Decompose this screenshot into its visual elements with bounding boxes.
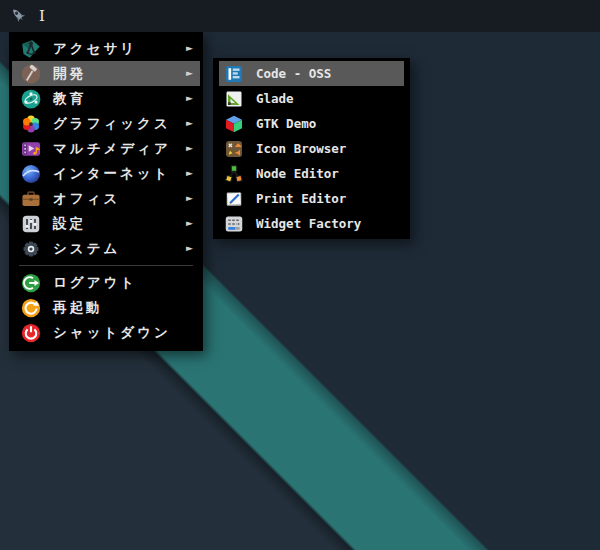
node-editor-icon <box>224 164 244 184</box>
top-panel: I <box>0 0 600 32</box>
menu-item-office[interactable]: オフィス ► <box>9 186 203 211</box>
submenu-item-label: GTK Demo <box>256 116 316 131</box>
menu-separator <box>19 265 193 266</box>
menu-item-label: シャットダウン <box>53 324 171 342</box>
glade-icon <box>224 89 244 109</box>
submenu-item-label: Node Editor <box>256 166 339 181</box>
menu-item-label: 開発 <box>53 65 86 83</box>
menu-item-multimedia[interactable]: マルチメディア ► <box>9 136 203 161</box>
submenu-arrow-icon: ► <box>186 94 193 103</box>
submenu-arrow-icon: ► <box>186 69 193 78</box>
menu-item-accessories[interactable]: アクセサリ ► <box>9 36 203 61</box>
menu-item-label: ログアウト <box>53 274 137 292</box>
menu-item-label: マルチメディア <box>53 140 171 158</box>
development-icon <box>21 64 41 84</box>
desktop: I アクセサリ ► 開発 ► 教育 ► グラフィックス ► マルチメディア ► … <box>0 0 600 550</box>
accessories-icon <box>21 39 41 59</box>
code-oss-icon <box>224 64 244 84</box>
submenu-item-glade[interactable]: Glade <box>219 86 404 111</box>
menu-item-graphics[interactable]: グラフィックス ► <box>9 111 203 136</box>
submenu-item-label: Code - OSS <box>256 66 331 81</box>
submenu-arrow-icon: ► <box>186 119 193 128</box>
menu-item-development[interactable]: 開発 ► <box>12 61 200 86</box>
print-editor-icon <box>224 189 244 209</box>
menu-item-label: アクセサリ <box>53 40 137 58</box>
menu-item-label: システム <box>53 240 120 258</box>
graphics-icon <box>21 114 41 134</box>
submenu-arrow-icon: ► <box>186 44 193 53</box>
submenu-item-widget-factory[interactable]: Widget Factory <box>219 211 404 236</box>
applications-main-menu: アクセサリ ► 開発 ► 教育 ► グラフィックス ► マルチメディア ► イン… <box>9 32 203 351</box>
multimedia-icon <box>21 139 41 159</box>
menu-item-label: インターネット <box>53 165 170 183</box>
menu-item-education[interactable]: 教育 ► <box>9 86 203 111</box>
menu-item-label: 再起動 <box>53 299 103 317</box>
menu-item-label: オフィス <box>53 190 120 208</box>
menu-item-restart[interactable]: 再起動 <box>9 295 203 320</box>
submenu-item-icon-browser[interactable]: Icon Browser <box>219 136 404 161</box>
icon-browser-icon <box>224 139 244 159</box>
submenu-item-gtk-demo[interactable]: GTK Demo <box>219 111 404 136</box>
rocket-icon <box>9 6 29 26</box>
education-icon <box>21 89 41 109</box>
restart-icon <box>21 298 41 318</box>
submenu-arrow-icon: ► <box>186 169 193 178</box>
text-cursor: I <box>39 9 45 24</box>
gtk-demo-icon <box>224 114 244 134</box>
submenu-arrow-icon: ► <box>186 194 193 203</box>
app-launcher-button[interactable] <box>7 4 31 28</box>
settings-icon <box>21 214 41 234</box>
submenu-item-label: Icon Browser <box>256 141 346 156</box>
submenu-item-label: Print Editor <box>256 191 346 206</box>
widget-factory-icon <box>224 214 244 234</box>
session-list: ログアウト 再起動 シャットダウン <box>9 270 203 345</box>
shutdown-icon <box>21 323 41 343</box>
office-icon <box>21 189 41 209</box>
menu-item-settings[interactable]: 設定 ► <box>9 211 203 236</box>
menu-item-internet[interactable]: インターネット ► <box>9 161 203 186</box>
logout-icon <box>21 273 41 293</box>
menu-item-logout[interactable]: ログアウト <box>9 270 203 295</box>
menu-item-label: 設定 <box>53 215 86 233</box>
menu-item-shutdown[interactable]: シャットダウン <box>9 320 203 345</box>
menu-item-label: グラフィックス <box>53 115 171 133</box>
submenu-item-label: Glade <box>256 91 294 106</box>
development-submenu: Code - OSS Glade GTK Demo Icon Browser N… <box>213 58 410 239</box>
internet-icon <box>21 164 41 184</box>
submenu-item-print-editor[interactable]: Print Editor <box>219 186 404 211</box>
menu-item-label: 教育 <box>53 90 86 108</box>
category-list: アクセサリ ► 開発 ► 教育 ► グラフィックス ► マルチメディア ► イン… <box>9 36 203 261</box>
menu-item-system[interactable]: システム ► <box>9 236 203 261</box>
submenu-arrow-icon: ► <box>186 244 193 253</box>
submenu-item-label: Widget Factory <box>256 216 361 231</box>
system-icon <box>21 239 41 259</box>
submenu-arrow-icon: ► <box>186 144 193 153</box>
submenu-item-node-editor[interactable]: Node Editor <box>219 161 404 186</box>
submenu-list: Code - OSS Glade GTK Demo Icon Browser N… <box>219 61 404 236</box>
submenu-arrow-icon: ► <box>186 219 193 228</box>
submenu-item-code-oss[interactable]: Code - OSS <box>219 61 404 86</box>
